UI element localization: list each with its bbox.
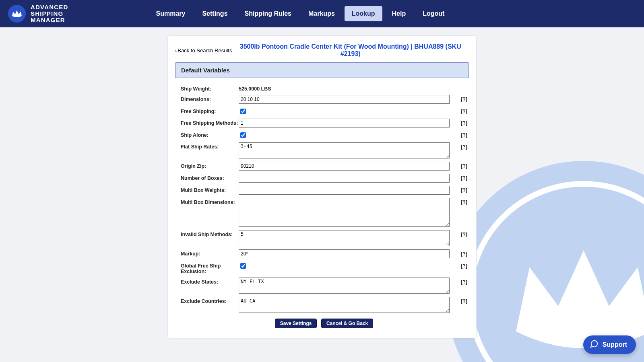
cancel-go-back-button[interactable]: Cancel & Go Back	[321, 319, 373, 328]
textarea-invalid-ship-methods[interactable]: 5	[239, 230, 450, 246]
input-dimensions[interactable]	[239, 95, 450, 104]
help-number-of-boxes[interactable]: [?]	[455, 174, 467, 181]
top-navbar: ADVANCED SHIPPING MANAGER SummarySetting…	[0, 0, 644, 27]
label-global-free-ship-exclusion: Global Free Ship Exclusion:	[181, 261, 239, 274]
nav-item-help[interactable]: Help	[385, 6, 413, 21]
help-multi-box-weights[interactable]: [?]	[455, 186, 467, 193]
chat-bubble-icon	[590, 339, 599, 350]
help-exclude-states[interactable]: [?]	[455, 278, 467, 285]
help-markup[interactable]: [?]	[455, 249, 467, 257]
help-origin-zip[interactable]: [?]	[455, 162, 467, 169]
section-header-default-variables: Default Variables	[175, 62, 469, 78]
label-free-shipping-methods: Free Shipping Methods:	[181, 119, 239, 126]
help-multi-box-dimensions[interactable]: [?]	[455, 198, 467, 205]
save-settings-button[interactable]: Save Settings	[275, 319, 317, 328]
input-number-of-boxes[interactable]	[239, 174, 450, 183]
input-origin-zip[interactable]	[239, 162, 450, 171]
default-variables-form: Ship Weight: 525.0000 LBS Dimensions: [?…	[175, 84, 469, 328]
label-origin-zip: Origin Zip:	[181, 162, 239, 169]
brand-crown-icon	[8, 5, 26, 23]
nav-item-lookup[interactable]: Lookup	[345, 6, 382, 21]
nav-item-markups[interactable]: Markups	[301, 6, 342, 21]
nav-item-logout[interactable]: Logout	[415, 6, 452, 21]
help-dimensions[interactable]: [?]	[455, 95, 467, 102]
brand: ADVANCED SHIPPING MANAGER	[8, 4, 68, 23]
label-invalid-ship-methods: Invalid Ship Methods:	[181, 230, 239, 237]
help-free-shipping-methods[interactable]: [?]	[455, 119, 467, 126]
label-free-shipping: Free Shipping:	[181, 107, 239, 114]
brand-text: ADVANCED SHIPPING MANAGER	[31, 4, 68, 23]
checkbox-ship-alone[interactable]	[240, 132, 246, 138]
back-link-label: Back to Search Results	[178, 47, 232, 53]
label-exclude-countries: Exclude Countries:	[181, 297, 239, 304]
value-ship-weight: 525.0000 LBS	[239, 84, 271, 92]
textarea-flat-ship-rates[interactable]: 3=45	[239, 142, 450, 158]
help-invalid-ship-methods[interactable]: [?]	[455, 230, 467, 237]
help-exclude-countries[interactable]: [?]	[455, 297, 467, 304]
nav-items: SummarySettingsShipping RulesMarkupsLook…	[149, 6, 452, 21]
chevron-left-icon: ‹	[175, 47, 177, 53]
label-multi-box-dimensions: Multi Box Dimensions:	[181, 198, 239, 205]
help-flat-ship-rates[interactable]: [?]	[455, 142, 467, 150]
product-title: 3500lb Pontoon Cradle Center Kit (For Wo…	[232, 43, 469, 58]
product-variables-card: ‹ Back to Search Results 3500lb Pontoon …	[167, 35, 477, 338]
label-flat-ship-rates: Flat Ship Rates:	[181, 142, 239, 150]
input-free-shipping-methods[interactable]	[239, 119, 450, 128]
label-ship-weight: Ship Weight:	[181, 84, 239, 92]
label-dimensions: Dimensions:	[181, 95, 239, 102]
nav-item-shipping-rules[interactable]: Shipping Rules	[237, 6, 299, 21]
textarea-multi-box-dimensions[interactable]	[239, 198, 450, 227]
back-to-search-link[interactable]: ‹ Back to Search Results	[175, 47, 232, 53]
label-markup: Markup:	[181, 249, 239, 257]
label-ship-alone: Ship Alone:	[181, 131, 239, 138]
input-multi-box-weights[interactable]	[239, 186, 450, 195]
label-exclude-states: Exclude States:	[181, 278, 239, 285]
label-multi-box-weights: Multi Box Weights:	[181, 186, 239, 193]
help-free-shipping[interactable]: [?]	[455, 107, 467, 114]
nav-item-settings[interactable]: Settings	[195, 6, 235, 21]
nav-item-summary[interactable]: Summary	[149, 6, 193, 21]
checkbox-free-shipping[interactable]	[240, 109, 246, 114]
help-ship-alone[interactable]: [?]	[455, 131, 467, 138]
textarea-exclude-countries[interactable]: AU CA	[239, 297, 450, 313]
support-label: Support	[603, 341, 627, 348]
input-markup[interactable]	[239, 249, 450, 258]
textarea-exclude-states[interactable]: NY FL TX	[239, 278, 450, 294]
support-widget[interactable]: Support	[583, 335, 636, 354]
help-global-free-ship-exclusion[interactable]: [?]	[455, 261, 467, 269]
label-number-of-boxes: Number of Boxes:	[181, 174, 239, 181]
checkbox-global-free-ship-exclusion[interactable]	[240, 263, 246, 269]
